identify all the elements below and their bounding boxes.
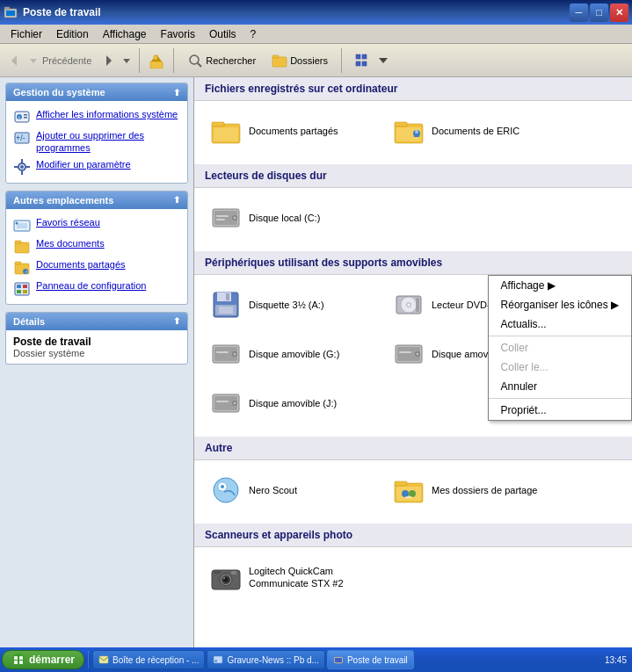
back-label: Précédente (42, 55, 91, 66)
details-collapse[interactable]: ⬆ (173, 316, 180, 326)
svg-rect-64 (219, 307, 233, 314)
shared-label: Documents partagés (36, 258, 126, 271)
toolbar-separator-2 (173, 48, 174, 73)
menu-fichier[interactable]: Fichier (4, 26, 49, 42)
menu-aide[interactable]: ? (243, 26, 264, 42)
panel-item-control[interactable]: Panneau de configuration (10, 278, 184, 299)
folder-user-icon (393, 115, 425, 147)
minimize-button[interactable]: ─ (570, 4, 588, 22)
settings-label: Modifier un paramètre (36, 158, 131, 170)
svg-rect-35 (15, 242, 29, 253)
back-button[interactable] (5, 51, 25, 70)
svg-marker-18 (379, 58, 388, 63)
svg-marker-3 (11, 55, 17, 66)
toolbar: Précédente Rechercher Dossiers (0, 44, 632, 77)
start-label: démarrer (29, 654, 75, 666)
svg-rect-30 (14, 166, 18, 168)
svg-rect-110 (337, 662, 340, 664)
svg-rect-2 (4, 7, 10, 10)
network-label: Favoris réseau (36, 216, 100, 228)
folder-shared-icon (210, 115, 242, 147)
ctx-annuler[interactable]: Annuler (489, 377, 631, 396)
menu-outils[interactable]: Outils (202, 26, 243, 42)
panel-item-shared[interactable]: ↗ Documents partagés (10, 257, 184, 278)
panel-item-info[interactable]: i Afficher les informations système (10, 106, 184, 127)
menu-affichage[interactable]: Affichage (96, 26, 154, 42)
disque-c-label: Disque local (C:) (249, 212, 320, 224)
svg-rect-62 (226, 293, 229, 300)
item-amovible-g[interactable]: Disque amovible (G:) (205, 333, 381, 375)
svg-rect-89 (395, 481, 407, 486)
close-button[interactable]: ✕ (610, 4, 628, 22)
context-menu: Affichage ▶ Réorganiser les icônes ▶ Act… (488, 275, 632, 421)
svg-rect-48 (214, 127, 238, 141)
svg-rect-7 (150, 61, 163, 69)
item-nero[interactable]: Nero Scout (205, 469, 381, 511)
panel-item-addremove[interactable]: +/- Ajouter ou supprimer des programmes (10, 127, 184, 156)
item-mes-dossiers[interactable]: Mes dossiers de partage (388, 469, 563, 511)
item-disquette[interactable]: Disquette 3½ (A:) (205, 284, 381, 326)
item-camera[interactable]: Logitech QuickCam Communicate STX #2 (205, 556, 381, 598)
peripheriques-header: Périphériques utilisant des supports amo… (194, 251, 632, 275)
forward-dropdown[interactable] (121, 51, 132, 70)
svg-rect-104 (19, 661, 23, 664)
panel-item-mydocs[interactable]: Mes documents (10, 235, 184, 257)
folders-button[interactable]: Dossiers (265, 49, 334, 72)
taskbar-btn-poste[interactable]: Poste de travail (327, 650, 414, 669)
svg-rect-44 (17, 290, 21, 293)
dvd-icon (393, 289, 425, 321)
back-dropdown[interactable] (28, 51, 39, 70)
docs-partages-label: Documents partagés (249, 125, 338, 137)
left-panel: Gestion du système ⬆ i Afficher les i (0, 77, 193, 647)
up-button[interactable] (147, 51, 166, 70)
svg-rect-36 (15, 241, 21, 243)
window-icon (4, 5, 18, 19)
svg-rect-103 (14, 661, 18, 664)
taskbar-btn-gravure[interactable]: e Gravure-News :: Pb d... (207, 650, 324, 669)
detail-item-subtitle: Dossier système (13, 348, 180, 358)
forward-button[interactable] (98, 51, 118, 70)
removable-j-icon (210, 387, 242, 419)
panel-item-network[interactable]: Favoris réseau (10, 214, 184, 235)
menu-favoris[interactable]: Favoris (154, 26, 202, 42)
autres-collapse[interactable]: ⬆ (173, 195, 180, 205)
svg-rect-16 (356, 61, 360, 66)
ctx-coller-raccourci[interactable]: Coller le... (489, 358, 631, 377)
ctx-actualiser[interactable]: Actualis... (489, 314, 631, 334)
view-button[interactable] (349, 49, 394, 72)
svg-rect-42 (17, 285, 21, 288)
details-header: Détails ⬆ (6, 313, 187, 330)
svg-rect-74 (216, 351, 229, 353)
docs-eric-label: Documents de ERIC (432, 125, 519, 137)
autre-grid: Nero Scout Mes dossiers de partage (194, 460, 632, 520)
title-bar: Poste de travail ─ □ ✕ (0, 0, 632, 25)
item-amovible-j[interactable]: Disque amovible (J:) (205, 382, 381, 424)
start-button[interactable]: démarrer (2, 650, 84, 669)
settings-icon (13, 158, 31, 176)
search-button[interactable]: Rechercher (181, 49, 262, 72)
menu-edition[interactable]: Edition (49, 26, 96, 42)
ctx-affichage[interactable]: Affichage ▶ (489, 276, 631, 295)
control-icon (13, 279, 31, 297)
svg-point-83 (234, 402, 236, 405)
item-docs-eric[interactable]: Documents de ERIC (388, 110, 563, 152)
gestion-body: i Afficher les informations système +/- (6, 101, 187, 183)
item-disque-c[interactable]: Disque local (C:) (205, 197, 381, 239)
svg-point-27 (20, 165, 24, 169)
search-label: Rechercher (206, 55, 256, 66)
svg-rect-28 (21, 159, 23, 163)
ctx-proprietes[interactable]: Propriét... (489, 401, 631, 420)
maximize-button[interactable]: □ (590, 4, 608, 22)
taskbar-btn-inbox[interactable]: Boîte de réception - ... (92, 650, 205, 669)
main-layout: Gestion du système ⬆ i Afficher les i (0, 77, 632, 647)
details-section: Détails ⬆ Poste de travail Dossier systè… (5, 312, 188, 365)
svg-rect-15 (362, 54, 367, 59)
gestion-collapse[interactable]: ⬆ (173, 88, 180, 98)
item-docs-partages[interactable]: Documents partagés (205, 110, 381, 152)
ctx-reorganiser[interactable]: Réorganiser les icônes ▶ (489, 295, 631, 314)
info-label: Afficher les informations système (36, 108, 178, 120)
menu-bar: Fichier Edition Affichage Favoris Outils… (0, 25, 632, 44)
panel-item-settings[interactable]: Modifier un paramètre (10, 156, 184, 177)
window-controls: ─ □ ✕ (570, 4, 628, 22)
ctx-coller[interactable]: Coller (489, 338, 631, 358)
